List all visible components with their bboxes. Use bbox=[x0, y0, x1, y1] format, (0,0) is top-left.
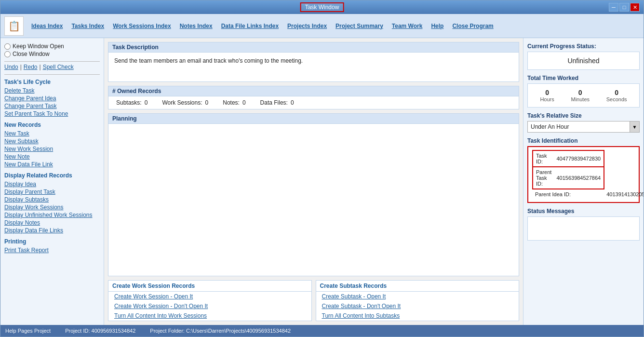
change-parent-task-link[interactable]: Change Parent Task bbox=[4, 102, 100, 110]
create-subtask-open-link[interactable]: Create Subtask - Open It bbox=[316, 292, 519, 301]
new-note-link[interactable]: New Note bbox=[4, 153, 100, 161]
new-task-link[interactable]: New Task bbox=[4, 130, 100, 137]
display-parent-task-link[interactable]: Display Parent Task bbox=[4, 188, 100, 196]
owned-records-section: # Owned Records Subtasks: 0 Work Session… bbox=[108, 86, 519, 109]
task-description-text[interactable]: Send the team members an email and track… bbox=[108, 53, 519, 81]
progress-status-value: Unfinished bbox=[532, 55, 635, 67]
keep-window-open-radio[interactable]: Keep Window Open bbox=[4, 43, 100, 50]
nav-team-work[interactable]: Team Work bbox=[392, 23, 423, 29]
printing-title: Printing bbox=[4, 238, 100, 245]
status-bar: Help Pages Project Project ID: 400956931… bbox=[0, 325, 644, 337]
total-time-box: 0 Hours 0 Minutes 0 Seconds bbox=[527, 83, 640, 108]
new-records-title: New Records bbox=[4, 121, 100, 128]
restore-button[interactable]: □ bbox=[619, 3, 629, 12]
relative-size-dropdown[interactable]: Under An Hour ▼ bbox=[527, 121, 640, 133]
task-description-section: Task Description Send the team members a… bbox=[108, 42, 519, 82]
new-data-file-link-link[interactable]: New Data File Link bbox=[4, 161, 100, 168]
task-identification-box: Task ID: 404779839472830 Parent Task ID:… bbox=[527, 146, 640, 203]
parent-task-id-label: Parent Task ID: bbox=[534, 168, 553, 188]
turn-content-into-work-sessions-link[interactable]: Turn All Content Into Work Sessions bbox=[108, 311, 311, 321]
seconds-value: 0 bbox=[615, 89, 618, 96]
title-controls: ─ □ ✕ bbox=[609, 3, 640, 12]
time-row: 0 Hours 0 Minutes 0 Seconds bbox=[532, 87, 635, 104]
main-content: Keep Window Open Close Window Undo | Red… bbox=[0, 38, 644, 325]
nav-project-summary[interactable]: Project Summary bbox=[335, 23, 383, 29]
notes-label: Notes: bbox=[223, 99, 240, 106]
change-parent-idea-link[interactable]: Change Parent Idea bbox=[4, 94, 100, 102]
create-work-session-dont-open-link[interactable]: Create Work Session - Don't Open It bbox=[108, 301, 311, 311]
display-idea-link[interactable]: Display Idea bbox=[4, 180, 100, 188]
seconds-col: 0 Seconds bbox=[606, 89, 627, 102]
minimize-button[interactable]: ─ bbox=[609, 3, 618, 12]
create-work-session-header: Create Work Session Records bbox=[108, 281, 311, 292]
nav-ideas-index[interactable]: Ideas Index bbox=[31, 23, 63, 29]
status-messages-title: Status Messages bbox=[527, 208, 640, 215]
minutes-value: 0 bbox=[578, 89, 582, 96]
planning-content[interactable] bbox=[108, 124, 519, 182]
notes-count: Notes: 0 bbox=[223, 99, 245, 106]
notes-value: 0 bbox=[242, 99, 246, 106]
close-button[interactable]: ✕ bbox=[630, 3, 640, 12]
status-project-folder: Project Folder: C:\Users\Darren\Projects… bbox=[150, 328, 291, 334]
work-sessions-value: 0 bbox=[205, 99, 209, 106]
spell-check-link[interactable]: Spell Check bbox=[43, 64, 74, 70]
set-parent-task-to-none-link[interactable]: Set Parent Task To None bbox=[4, 110, 100, 118]
status-project: Help Pages Project bbox=[5, 328, 51, 334]
nav-data-file-links-index[interactable]: Data File Links Index bbox=[221, 23, 279, 29]
planning-header: Planning bbox=[108, 114, 519, 124]
parent-task-id-row: Parent Task ID: 401563984527864 bbox=[533, 167, 604, 189]
nav-help[interactable]: Help bbox=[431, 23, 443, 29]
nav-notes-index[interactable]: Notes Index bbox=[180, 23, 213, 29]
work-sessions-count: Work Sessions: 0 bbox=[162, 99, 208, 106]
minutes-label: Minutes bbox=[571, 96, 590, 102]
display-work-sessions-link[interactable]: Display Work Sessions bbox=[4, 203, 100, 211]
print-task-report-link[interactable]: Print Task Report bbox=[4, 246, 100, 254]
close-window-radio[interactable]: Close Window bbox=[4, 51, 100, 57]
status-messages-box bbox=[527, 216, 640, 241]
display-notes-link[interactable]: Display Notes bbox=[4, 219, 100, 227]
nav-close-program[interactable]: Close Program bbox=[452, 23, 493, 29]
parent-idea-id-row: Parent Idea ID: 401391413020556 bbox=[533, 190, 644, 198]
work-sessions-label: Work Sessions: bbox=[162, 99, 202, 106]
create-subtask-header: Create Subtask Records bbox=[316, 281, 519, 292]
keep-window-open-label: Keep Window Open bbox=[13, 43, 64, 50]
sidebar: Keep Window Open Close Window Undo | Red… bbox=[0, 38, 104, 325]
delete-task-link[interactable]: Delete Task bbox=[4, 87, 100, 94]
nav-links: Ideas Index Tasks Index Work Sessions In… bbox=[31, 23, 494, 29]
task-id-value: 404779839472830 bbox=[554, 152, 603, 165]
data-files-count: Data Files: 0 bbox=[260, 99, 294, 106]
title-bar: Task Window ─ □ ✕ bbox=[0, 0, 644, 14]
subtasks-count: Subtasks: 0 bbox=[116, 99, 148, 106]
display-subtasks-link[interactable]: Display Subtasks bbox=[4, 196, 100, 203]
status-project-id: Project ID: 400956931534842 bbox=[65, 328, 135, 334]
seconds-label: Seconds bbox=[606, 96, 627, 102]
new-work-session-link[interactable]: New Work Session bbox=[4, 145, 100, 153]
parent-idea-id-value: 401391413020556 bbox=[604, 190, 644, 198]
planning-section: Planning bbox=[108, 113, 519, 276]
redo-link[interactable]: Redo bbox=[24, 64, 38, 70]
turn-content-into-subtasks-link[interactable]: Turn All Content Into Subtasks bbox=[316, 311, 519, 321]
close-window-label: Close Window bbox=[13, 51, 50, 57]
create-subtask-dont-open-link[interactable]: Create Subtask - Don't Open It bbox=[316, 301, 519, 311]
logo-icon: 📋 bbox=[4, 16, 24, 36]
create-work-session-open-link[interactable]: Create Work Session - Open It bbox=[108, 292, 311, 301]
data-files-label: Data Files: bbox=[260, 99, 288, 106]
progress-status-box: Unfinished bbox=[527, 52, 640, 70]
window-mode-group: Keep Window Open Close Window bbox=[4, 43, 100, 57]
minutes-col: 0 Minutes bbox=[571, 89, 590, 102]
nav-tasks-index[interactable]: Tasks Index bbox=[71, 23, 104, 29]
create-subtask-section: Create Subtask Records Create Subtask - … bbox=[316, 280, 520, 321]
total-time-title: Total Time Worked bbox=[527, 75, 640, 81]
display-unfinished-work-sessions-link[interactable]: Display Unfinished Work Sessions bbox=[4, 211, 100, 219]
dropdown-arrow-icon[interactable]: ▼ bbox=[630, 121, 639, 132]
nav-work-sessions-index[interactable]: Work Sessions Index bbox=[113, 23, 171, 29]
data-files-value: 0 bbox=[291, 99, 294, 106]
task-id-label: Task ID: bbox=[534, 152, 553, 165]
undo-link[interactable]: Undo bbox=[4, 64, 18, 70]
new-subtask-link[interactable]: New Subtask bbox=[4, 137, 100, 145]
task-identification-title: Task Identification bbox=[527, 137, 640, 144]
nav-projects-index[interactable]: Projects Index bbox=[287, 23, 327, 29]
display-data-file-links-link[interactable]: Display Data File Links bbox=[4, 227, 100, 234]
create-work-session-section: Create Work Session Records Create Work … bbox=[108, 280, 312, 321]
window-title: Task Window bbox=[300, 2, 344, 12]
